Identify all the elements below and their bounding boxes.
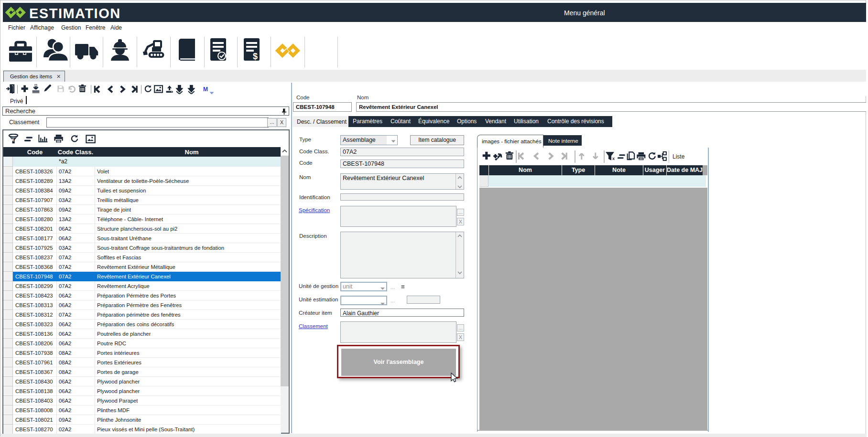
svg-text:$: $	[253, 52, 258, 61]
svg-text:x: x	[11, 137, 14, 142]
svg-text:x: x	[612, 156, 615, 161]
